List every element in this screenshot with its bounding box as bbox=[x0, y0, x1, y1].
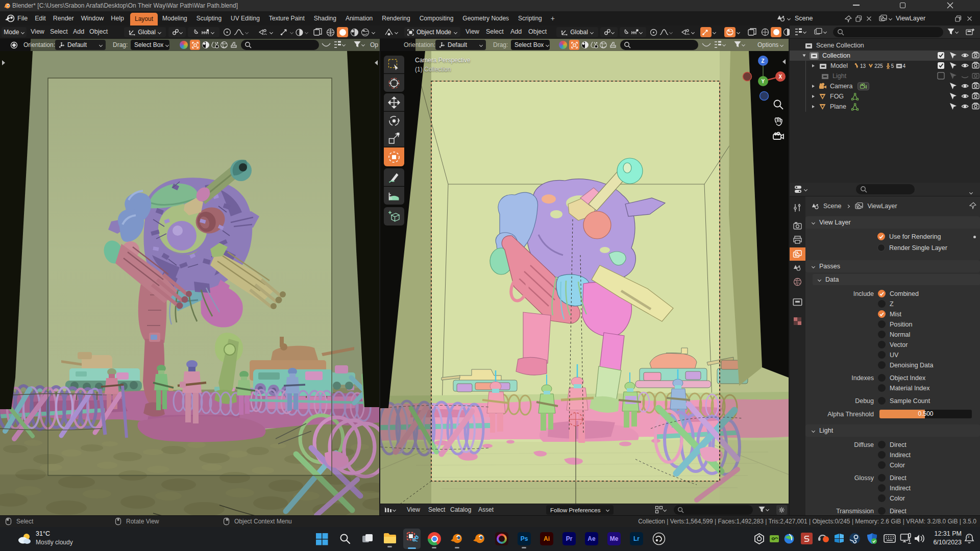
svg-text:Z: Z bbox=[762, 58, 765, 64]
svg-text:z: z bbox=[968, 535, 970, 538]
svg-text:X: X bbox=[779, 74, 782, 80]
svg-text:Y: Y bbox=[762, 79, 765, 84]
